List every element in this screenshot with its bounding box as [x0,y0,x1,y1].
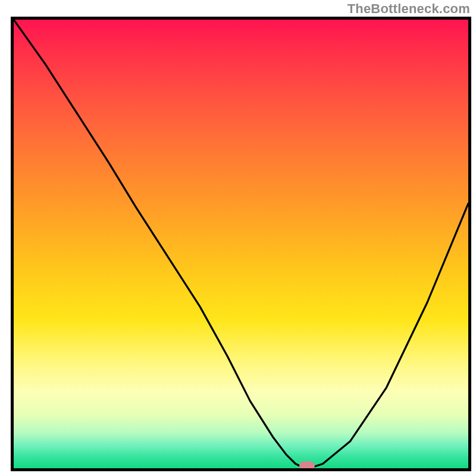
plot-area [14,20,468,468]
optimal-marker [299,462,315,468]
chart-frame: TheBottleneck.com [0,0,476,476]
watermark-label: TheBottleneck.com [347,1,470,17]
bottleneck-curve [14,20,468,468]
